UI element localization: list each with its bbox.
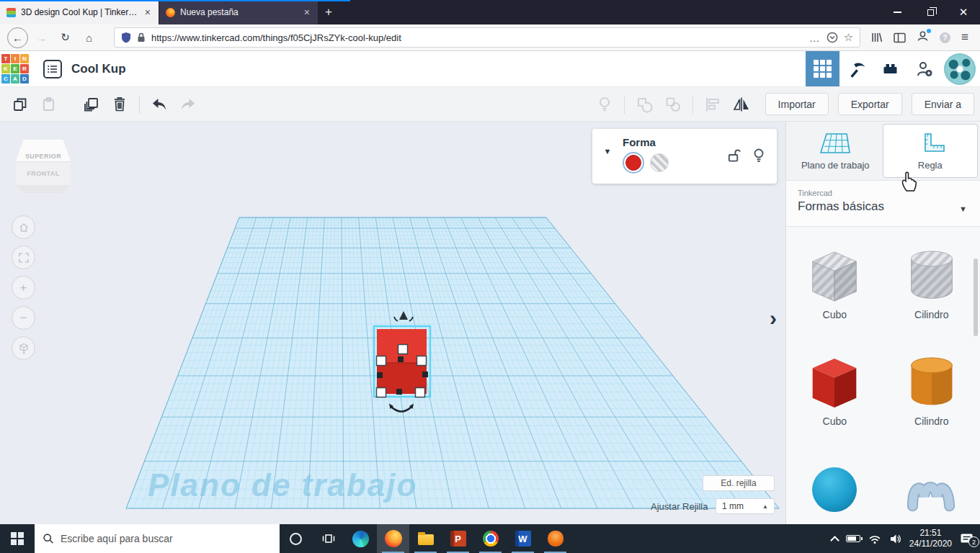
close-button[interactable]: ✕	[947, 0, 980, 24]
shape-item-scribble[interactable]	[883, 459, 980, 521]
snap-grid-dropdown[interactable]: 1 mm ▲	[716, 498, 775, 514]
workplane-tool-button[interactable]: Plano de trabajo	[788, 124, 883, 178]
account-icon[interactable]	[917, 30, 929, 45]
edge-button[interactable]	[344, 524, 377, 553]
tab-tinkercad[interactable]: 3D design Cool Kup | Tinkercad ×	[0, 0, 159, 24]
lightbulb-icon[interactable]	[752, 148, 765, 163]
minimize-button[interactable]	[881, 0, 914, 24]
invite-collaborator-button[interactable]	[907, 51, 941, 86]
view-cube-top-face[interactable]: SUPERIOR	[16, 140, 71, 161]
fit-view-button[interactable]	[12, 246, 35, 269]
parts-list-icon[interactable]	[43, 60, 62, 78]
action-center-button[interactable]: 2	[960, 533, 974, 544]
taskbar-search[interactable]	[35, 524, 280, 553]
wifi-icon[interactable]	[868, 534, 881, 544]
pocket-icon[interactable]	[827, 32, 838, 43]
undo-button[interactable]	[145, 91, 174, 117]
cortana-button[interactable]	[280, 524, 312, 553]
forward-button[interactable]: →	[31, 27, 52, 48]
tab-new-tab[interactable]: Nueva pestaña ×	[159, 0, 318, 24]
toolbar-right-group: Importar Exportar Enviar a	[590, 91, 974, 117]
library-icon[interactable]	[870, 32, 883, 43]
back-button[interactable]: ←	[7, 27, 28, 48]
shape-item-orange-cylinder[interactable]: Cilindro	[883, 352, 980, 427]
shape-item-hole-cube[interactable]: Cubo	[786, 246, 883, 320]
shape-item-hole-cylinder[interactable]: Cilindro	[883, 246, 980, 320]
ungroup-button[interactable]	[659, 91, 687, 117]
ruler-icon	[915, 131, 945, 156]
brick-export-button[interactable]	[873, 51, 907, 86]
shape-item-red-cube[interactable]: Cubo	[786, 352, 883, 427]
editor-toolbar: Importar Exportar Enviar a	[0, 87, 980, 122]
zoom-in-button[interactable]: +	[12, 276, 35, 300]
word-icon: W	[515, 531, 531, 547]
edit-grid-button[interactable]: Ed. rejilla	[703, 475, 775, 491]
page-actions-icon[interactable]: …	[809, 32, 821, 44]
battery-icon[interactable]	[846, 535, 860, 542]
chrome-button[interactable]	[474, 524, 507, 553]
solid-color-swatch[interactable]	[623, 152, 644, 174]
copy-button[interactable]	[6, 91, 35, 117]
rotate-handle[interactable]	[389, 404, 414, 412]
tab-close-icon[interactable]: ×	[303, 6, 311, 18]
redo-button[interactable]	[174, 91, 202, 117]
send-to-button[interactable]: Enviar a	[912, 93, 974, 115]
duplicate-button[interactable]	[76, 91, 105, 117]
sidebar-scrollbar[interactable]	[974, 258, 978, 336]
tracking-shield-icon[interactable]	[121, 32, 131, 43]
home-button[interactable]: ⌂	[79, 27, 99, 48]
show-all-button[interactable]	[590, 91, 619, 117]
selected-red-box[interactable]	[364, 309, 443, 428]
shape-label: Cilindro	[914, 309, 948, 320]
tab-close-icon[interactable]: ×	[143, 6, 152, 18]
shape-library-dropdown[interactable]: Tinkercad Formas básicas ▼	[786, 181, 980, 227]
view-cube[interactable]: SUPERIOR FRONTAL	[16, 140, 71, 193]
task-view-button[interactable]	[312, 524, 344, 553]
active-tab-accent-line	[0, 0, 350, 1]
firefox-button[interactable]	[377, 524, 409, 553]
url-bar[interactable]: https://www.tinkercad.com/things/f05CjJR…	[114, 27, 860, 48]
volume-icon[interactable]	[889, 534, 901, 544]
ruler-tool-button[interactable]: Regla	[883, 124, 979, 178]
new-tab-button[interactable]: +	[318, 0, 339, 24]
mirror-button[interactable]	[727, 91, 756, 117]
tinkercad-logo[interactable]: TIN KER CAD	[0, 53, 30, 86]
help-icon[interactable]: ?	[940, 32, 950, 43]
panel-title: Forma	[623, 129, 669, 148]
design-title[interactable]: Cool Kup	[71, 62, 126, 76]
group-button[interactable]	[630, 91, 659, 117]
dashboard-grid-button[interactable]	[806, 51, 839, 86]
hidden-icons-chevron[interactable]	[830, 536, 839, 545]
move-z-handle[interactable]	[394, 311, 413, 321]
import-button[interactable]: Importar	[765, 93, 829, 115]
taskbar-clock[interactable]: 21:51 24/11/2020	[909, 528, 952, 549]
restore-button[interactable]	[914, 0, 947, 24]
start-button[interactable]	[0, 524, 35, 553]
paste-button[interactable]	[35, 91, 63, 117]
3d-viewport[interactable]: Plano de trabajo SUPERIOR FRONTAL + −	[0, 122, 785, 524]
view-cube-front-face[interactable]: FRONTAL	[16, 161, 71, 185]
file-explorer-button[interactable]	[409, 524, 442, 553]
hole-swatch[interactable]	[650, 153, 669, 172]
menu-icon[interactable]: ≡	[961, 30, 968, 45]
search-input[interactable]	[61, 533, 272, 544]
unlock-icon[interactable]	[726, 148, 741, 163]
reload-button[interactable]: ↻	[55, 27, 76, 48]
sidebar-toggle-icon[interactable]	[894, 32, 906, 43]
zoom-out-button[interactable]: −	[12, 306, 35, 330]
collapse-panel-caret-icon[interactable]: ▼	[592, 129, 623, 184]
word-button[interactable]: W	[507, 524, 539, 553]
powerpoint-button[interactable]: P	[442, 524, 474, 553]
bookmark-star-icon[interactable]: ☆	[844, 31, 853, 44]
perspective-toggle-button[interactable]	[12, 336, 35, 360]
minecraft-export-button[interactable]	[839, 51, 873, 86]
url-text[interactable]: https://www.tinkercad.com/things/f05CjJR…	[151, 32, 803, 43]
avatar[interactable]	[944, 53, 976, 85]
collapse-sidebar-chevron[interactable]: ›	[770, 306, 777, 331]
shape-item-sphere[interactable]	[786, 459, 883, 521]
home-view-button[interactable]	[12, 215, 35, 239]
delete-button[interactable]	[105, 91, 134, 117]
align-button[interactable]	[698, 91, 727, 117]
export-button[interactable]: Exportar	[838, 93, 902, 115]
hand-app-button[interactable]	[539, 524, 571, 553]
